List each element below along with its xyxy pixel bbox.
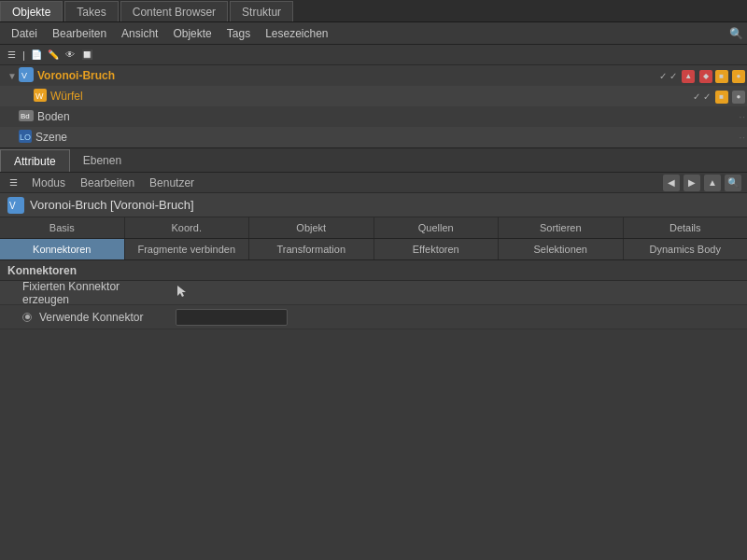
prop-tab-sortieren[interactable]: Sortieren: [499, 217, 624, 238]
prop-label-verwende: Verwende Konnektor: [0, 311, 168, 324]
szene-dot2: ·: [742, 133, 745, 143]
toolbar-icon-4[interactable]: 👁: [63, 48, 78, 63]
voronoi-controls: ✓ ✓ ▲ ◆ ■ ●: [659, 68, 747, 83]
toolbar-icon-2[interactable]: 📄: [29, 48, 44, 63]
nav-search[interactable]: 🔍: [725, 175, 741, 191]
mini-icon-r2: ◆: [699, 70, 712, 83]
prop-row-0: Fixierten Konnektor erzeugen: [0, 281, 747, 305]
tree-item-szene[interactable]: LO Szene · ·: [0, 127, 747, 147]
prop-tab-details[interactable]: Details: [624, 217, 748, 238]
radio-verwende[interactable]: [22, 313, 32, 322]
search-icon[interactable]: 🔍: [725, 27, 743, 40]
prop-subtab-fragmente[interactable]: Fragmente verbinden: [125, 239, 250, 259]
obj-title-row: V Voronoi-Bruch [Voronoi-Bruch]: [0, 193, 747, 217]
prop-tab-koord[interactable]: Koord.: [125, 217, 250, 238]
tree-item-wurfel[interactable]: W Würfel ✓ ✓ ■ ●: [0, 86, 747, 106]
wurfel-controls: ✓ ✓ ■ ●: [693, 89, 747, 104]
prop-row-1: Verwende Konnektor: [0, 305, 747, 329]
svg-text:LO: LO: [20, 133, 31, 142]
check1[interactable]: ✓: [659, 71, 667, 81]
menu-bearbeiten[interactable]: Bearbeiten: [45, 25, 114, 42]
toolbar-divider-1: |: [21, 49, 27, 61]
obj-title-icon: V: [7, 197, 24, 214]
mini-icon-o2: ●: [732, 70, 745, 83]
voronoi-icon: V: [19, 67, 34, 85]
svg-text:W: W: [35, 91, 44, 101]
szene-dot1: ·: [739, 133, 741, 143]
attr-sub-tabs: Attribute Ebenen: [0, 148, 747, 173]
menu-items: Datei Bearbeiten Ansicht Objekte Tags Le…: [4, 25, 725, 42]
boden-dot1: ·: [739, 112, 741, 122]
attribute-panel: Attribute Ebenen ☰ Modus Bearbeiten Benu…: [0, 148, 747, 329]
cursor-indicator: [176, 285, 187, 300]
toolbar-icon-5[interactable]: 🔲: [79, 48, 94, 63]
verwende-input[interactable]: [176, 309, 288, 326]
object-tree: ▼ V Voronoi-Bruch ✓ ✓ ▲ ◆ ■ ● W Würfel ✓…: [0, 65, 747, 148]
cube-icon: W: [34, 89, 47, 105]
boden-controls: · ·: [739, 112, 747, 122]
menu-bar: Datei Bearbeiten Ansicht Objekte Tags Le…: [0, 22, 747, 45]
prop-subtab-row: Konnektoren Fragmente verbinden Transfor…: [0, 239, 747, 260]
top-tab-bar: Objekte Takes Content Browser Struktur: [0, 0, 747, 22]
prop-label-fixiert: Fixierten Konnektor erzeugen: [0, 280, 168, 306]
nav-up[interactable]: ▲: [704, 175, 721, 191]
toolbar-icon-3[interactable]: ✏️: [46, 48, 61, 63]
prop-value-verwende: [168, 309, 747, 326]
wurfel-icon-o1: ■: [715, 91, 728, 104]
prop-tab-quellen[interactable]: Quellen: [374, 217, 500, 238]
szene-controls: · ·: [739, 133, 747, 143]
attr-toolbar: ☰ Modus Bearbeiten Benutzer ◀ ▶ ▲ 🔍: [0, 173, 747, 193]
menu-lesezeichen[interactable]: Lesezeichen: [258, 25, 335, 42]
toolbar-icon-1[interactable]: ☰: [4, 48, 19, 63]
voronoi-extra-icons: ■ ●: [715, 68, 745, 83]
prop-subtab-transformation[interactable]: Transformation: [249, 239, 374, 259]
menu-datei[interactable]: Datei: [4, 25, 45, 42]
sub-tab-ebenen[interactable]: Ebenen: [70, 149, 134, 172]
wurfel-icon-g1: ●: [732, 91, 745, 104]
attr-modus[interactable]: Modus: [28, 175, 69, 191]
prop-tab-row-1: Basis Koord. Objekt Quellen Sortieren De…: [0, 217, 747, 239]
tab-objekte[interactable]: Objekte: [0, 1, 63, 21]
svg-text:V: V: [9, 201, 16, 211]
wurfel-mini-icons: ■ ●: [715, 89, 745, 104]
check2[interactable]: ✓: [669, 71, 677, 81]
prop-tab-basis[interactable]: Basis: [0, 217, 125, 238]
tree-label-szene: Szene: [35, 131, 739, 144]
tree-item-boden[interactable]: Bd Boden · ·: [0, 106, 747, 127]
boden-icon: Bd: [19, 110, 34, 124]
svg-text:V: V: [21, 71, 27, 80]
nav-prev[interactable]: ◀: [663, 175, 680, 191]
szene-icon: LO: [19, 130, 32, 146]
boden-dot2: ·: [742, 112, 745, 122]
menu-tags[interactable]: Tags: [219, 25, 258, 42]
menu-objekte[interactable]: Objekte: [165, 25, 218, 42]
attr-toolbar-icon[interactable]: ☰: [6, 175, 21, 190]
attr-bearbeiten[interactable]: Bearbeiten: [77, 175, 138, 191]
tab-takes[interactable]: Takes: [64, 1, 118, 21]
expand-arrow-voronoi[interactable]: ▼: [7, 71, 19, 81]
prop-subtab-dynamics[interactable]: Dynamics Body: [624, 239, 748, 259]
prop-subtab-selektionen[interactable]: Selektionen: [499, 239, 624, 259]
wurfel-check1[interactable]: ✓: [693, 91, 700, 102]
menu-ansicht[interactable]: Ansicht: [114, 25, 165, 42]
prop-value-fixiert: [168, 284, 747, 301]
wurfel-check2[interactable]: ✓: [703, 91, 711, 102]
object-toolbar: ☰ | 📄 ✏️ 👁 🔲: [0, 45, 747, 65]
mini-icon-o1: ■: [715, 70, 728, 83]
mini-icon-r1: ▲: [682, 70, 695, 83]
obj-title-text: Voronoi-Bruch [Voronoi-Bruch]: [30, 198, 194, 212]
attr-benutzer[interactable]: Benutzer: [146, 175, 198, 191]
voronoi-mini-icons: ▲ ◆: [682, 68, 712, 83]
prop-tab-objekt[interactable]: Objekt: [249, 217, 374, 238]
tab-struktur[interactable]: Struktur: [230, 1, 293, 21]
tab-content-browser[interactable]: Content Browser: [120, 1, 228, 21]
tree-label-voronoi: Voronoi-Bruch: [37, 69, 659, 82]
tree-item-voronoi[interactable]: ▼ V Voronoi-Bruch ✓ ✓ ▲ ◆ ■ ●: [0, 65, 747, 86]
tree-label-boden: Boden: [37, 110, 739, 123]
prop-subtab-konnektoren[interactable]: Konnektoren: [0, 239, 125, 259]
sub-tab-attribute[interactable]: Attribute: [0, 149, 70, 172]
prop-subtab-effektoren[interactable]: Effektoren: [374, 239, 500, 259]
section-header-konnektoren: Konnektoren: [0, 260, 747, 281]
attr-nav-buttons: ◀ ▶ ▲ 🔍: [663, 175, 741, 191]
nav-next[interactable]: ▶: [684, 175, 700, 191]
